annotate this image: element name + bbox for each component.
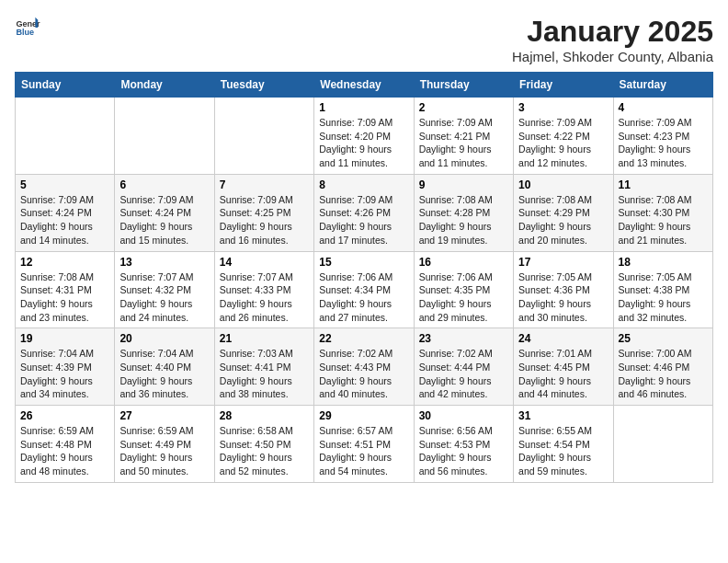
- day-cell: 22Sunrise: 7:02 AM Sunset: 4:43 PM Dayli…: [314, 328, 414, 406]
- day-content: Sunrise: 6:55 AM Sunset: 4:54 PM Dayligh…: [518, 424, 608, 478]
- day-cell: 30Sunrise: 6:56 AM Sunset: 4:53 PM Dayli…: [414, 406, 513, 483]
- day-cell: 19Sunrise: 7:04 AM Sunset: 4:39 PM Dayli…: [16, 328, 115, 406]
- day-number: 23: [419, 332, 508, 345]
- weekday-header-row: SundayMondayTuesdayWednesdayThursdayFrid…: [16, 73, 713, 98]
- day-number: 10: [518, 178, 608, 191]
- day-cell: 8Sunrise: 7:09 AM Sunset: 4:26 PM Daylig…: [314, 174, 414, 251]
- day-number: 26: [20, 409, 109, 422]
- day-cell: 26Sunrise: 6:59 AM Sunset: 4:48 PM Dayli…: [16, 406, 115, 483]
- day-content: Sunrise: 7:08 AM Sunset: 4:29 PM Dayligh…: [518, 193, 608, 247]
- day-cell: 23Sunrise: 7:02 AM Sunset: 4:44 PM Dayli…: [414, 328, 513, 406]
- day-cell: 15Sunrise: 7:06 AM Sunset: 4:34 PM Dayli…: [314, 251, 414, 328]
- calendar-title: January 2025: [512, 15, 713, 49]
- day-content: Sunrise: 7:08 AM Sunset: 4:30 PM Dayligh…: [619, 193, 708, 247]
- day-cell: 10Sunrise: 7:08 AM Sunset: 4:29 PM Dayli…: [514, 174, 613, 251]
- day-number: 20: [119, 332, 209, 345]
- day-number: 1: [319, 101, 408, 114]
- day-cell: 7Sunrise: 7:09 AM Sunset: 4:25 PM Daylig…: [214, 174, 313, 251]
- logo-icon: General Blue: [15, 15, 40, 40]
- day-number: 22: [319, 332, 408, 345]
- calendar-subtitle: Hajmel, Shkoder County, Albania: [512, 49, 713, 64]
- day-content: Sunrise: 7:09 AM Sunset: 4:24 PM Dayligh…: [119, 193, 209, 247]
- weekday-header-tuesday: Tuesday: [214, 73, 313, 98]
- day-cell: 2Sunrise: 7:09 AM Sunset: 4:21 PM Daylig…: [414, 98, 513, 175]
- day-content: Sunrise: 7:09 AM Sunset: 4:22 PM Dayligh…: [518, 116, 608, 170]
- day-content: Sunrise: 7:02 AM Sunset: 4:43 PM Dayligh…: [319, 347, 408, 401]
- day-content: Sunrise: 7:00 AM Sunset: 4:46 PM Dayligh…: [619, 347, 708, 401]
- svg-text:Blue: Blue: [16, 28, 34, 37]
- weekday-header-monday: Monday: [115, 73, 214, 98]
- day-cell: 18Sunrise: 7:05 AM Sunset: 4:38 PM Dayli…: [613, 251, 712, 328]
- day-content: Sunrise: 7:05 AM Sunset: 4:38 PM Dayligh…: [619, 270, 708, 325]
- day-cell: [16, 98, 115, 175]
- day-number: 29: [319, 409, 408, 422]
- day-content: Sunrise: 7:09 AM Sunset: 4:24 PM Dayligh…: [20, 193, 109, 247]
- weekday-header-friday: Friday: [514, 73, 613, 98]
- week-row-4: 19Sunrise: 7:04 AM Sunset: 4:39 PM Dayli…: [16, 328, 713, 406]
- day-number: 27: [119, 409, 209, 422]
- day-number: 4: [619, 101, 708, 114]
- day-number: 11: [619, 178, 708, 191]
- day-cell: 25Sunrise: 7:00 AM Sunset: 4:46 PM Dayli…: [613, 328, 712, 406]
- day-cell: [613, 406, 712, 483]
- day-number: 28: [220, 409, 309, 422]
- day-cell: 17Sunrise: 7:05 AM Sunset: 4:36 PM Dayli…: [514, 251, 613, 328]
- day-cell: 5Sunrise: 7:09 AM Sunset: 4:24 PM Daylig…: [16, 174, 115, 251]
- day-content: Sunrise: 7:02 AM Sunset: 4:44 PM Dayligh…: [419, 347, 508, 401]
- day-content: Sunrise: 7:09 AM Sunset: 4:26 PM Dayligh…: [319, 193, 408, 247]
- day-number: 19: [20, 332, 109, 345]
- day-content: Sunrise: 7:05 AM Sunset: 4:36 PM Dayligh…: [518, 270, 608, 325]
- day-cell: 11Sunrise: 7:08 AM Sunset: 4:30 PM Dayli…: [613, 174, 712, 251]
- day-content: Sunrise: 7:01 AM Sunset: 4:45 PM Dayligh…: [518, 347, 608, 401]
- day-number: 24: [518, 332, 608, 345]
- day-content: Sunrise: 7:09 AM Sunset: 4:20 PM Dayligh…: [319, 116, 408, 170]
- day-content: Sunrise: 7:09 AM Sunset: 4:23 PM Dayligh…: [619, 116, 708, 170]
- day-content: Sunrise: 7:08 AM Sunset: 4:28 PM Dayligh…: [419, 193, 508, 247]
- day-content: Sunrise: 7:06 AM Sunset: 4:35 PM Dayligh…: [419, 270, 508, 325]
- weekday-header-wednesday: Wednesday: [314, 73, 414, 98]
- day-cell: 27Sunrise: 6:59 AM Sunset: 4:49 PM Dayli…: [115, 406, 214, 483]
- logo: General Blue: [15, 15, 40, 40]
- day-number: 12: [20, 256, 109, 269]
- day-cell: 13Sunrise: 7:07 AM Sunset: 4:32 PM Dayli…: [115, 251, 214, 328]
- day-number: 17: [518, 256, 608, 269]
- day-cell: [115, 98, 214, 175]
- calendar-table: SundayMondayTuesdayWednesdayThursdayFrid…: [15, 72, 713, 483]
- day-cell: [214, 98, 313, 175]
- day-number: 9: [419, 178, 508, 191]
- day-content: Sunrise: 6:58 AM Sunset: 4:50 PM Dayligh…: [220, 424, 309, 478]
- day-cell: 12Sunrise: 7:08 AM Sunset: 4:31 PM Dayli…: [16, 251, 115, 328]
- day-number: 16: [419, 256, 508, 269]
- weekday-header-sunday: Sunday: [16, 73, 115, 98]
- day-number: 8: [319, 178, 408, 191]
- day-content: Sunrise: 6:59 AM Sunset: 4:49 PM Dayligh…: [119, 424, 209, 478]
- week-row-5: 26Sunrise: 6:59 AM Sunset: 4:48 PM Dayli…: [16, 406, 713, 483]
- day-number: 3: [518, 101, 608, 114]
- weekday-header-thursday: Thursday: [414, 73, 513, 98]
- day-cell: 14Sunrise: 7:07 AM Sunset: 4:33 PM Dayli…: [214, 251, 313, 328]
- day-cell: 21Sunrise: 7:03 AM Sunset: 4:41 PM Dayli…: [214, 328, 313, 406]
- day-cell: 1Sunrise: 7:09 AM Sunset: 4:20 PM Daylig…: [314, 98, 414, 175]
- day-content: Sunrise: 7:06 AM Sunset: 4:34 PM Dayligh…: [319, 270, 408, 325]
- day-content: Sunrise: 7:04 AM Sunset: 4:39 PM Dayligh…: [20, 347, 109, 401]
- day-cell: 16Sunrise: 7:06 AM Sunset: 4:35 PM Dayli…: [414, 251, 513, 328]
- day-number: 13: [119, 256, 209, 269]
- day-number: 15: [319, 256, 408, 269]
- day-cell: 29Sunrise: 6:57 AM Sunset: 4:51 PM Dayli…: [314, 406, 414, 483]
- day-content: Sunrise: 6:56 AM Sunset: 4:53 PM Dayligh…: [419, 424, 508, 478]
- day-number: 7: [220, 178, 309, 191]
- day-content: Sunrise: 6:57 AM Sunset: 4:51 PM Dayligh…: [319, 424, 408, 478]
- day-number: 21: [220, 332, 309, 345]
- week-row-3: 12Sunrise: 7:08 AM Sunset: 4:31 PM Dayli…: [16, 251, 713, 328]
- day-cell: 31Sunrise: 6:55 AM Sunset: 4:54 PM Dayli…: [514, 406, 613, 483]
- day-cell: 24Sunrise: 7:01 AM Sunset: 4:45 PM Dayli…: [514, 328, 613, 406]
- day-number: 6: [119, 178, 209, 191]
- day-number: 30: [419, 409, 508, 422]
- day-cell: 6Sunrise: 7:09 AM Sunset: 4:24 PM Daylig…: [115, 174, 214, 251]
- day-content: Sunrise: 7:09 AM Sunset: 4:21 PM Dayligh…: [419, 116, 508, 170]
- week-row-1: 1Sunrise: 7:09 AM Sunset: 4:20 PM Daylig…: [16, 98, 713, 175]
- day-content: Sunrise: 7:07 AM Sunset: 4:32 PM Dayligh…: [119, 270, 209, 325]
- day-content: Sunrise: 7:08 AM Sunset: 4:31 PM Dayligh…: [20, 270, 109, 325]
- day-cell: 20Sunrise: 7:04 AM Sunset: 4:40 PM Dayli…: [115, 328, 214, 406]
- day-content: Sunrise: 7:09 AM Sunset: 4:25 PM Dayligh…: [220, 193, 309, 247]
